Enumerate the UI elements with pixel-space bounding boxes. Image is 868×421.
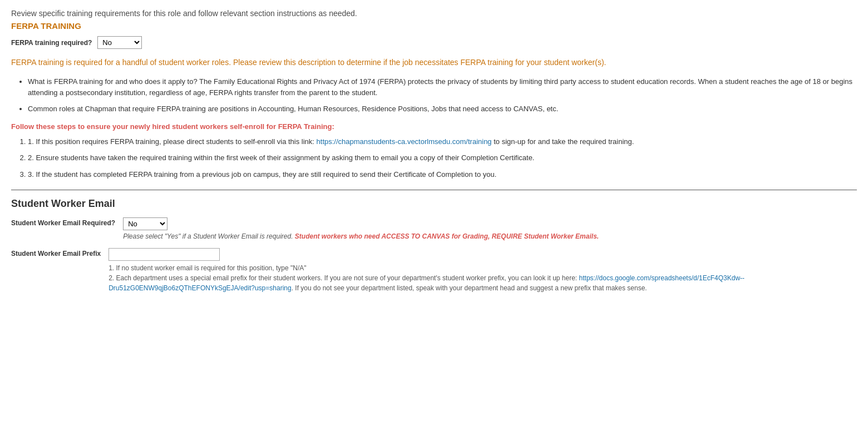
email-required-select[interactable]: No Yes	[123, 217, 167, 230]
email-required-label: Student Worker Email Required?	[11, 217, 115, 228]
email-prefix-content: 1. If no student worker email is require…	[108, 248, 857, 293]
ferpa-required-select[interactable]: No Yes	[97, 36, 142, 49]
student-worker-email-section: Student Worker Email Student Worker Emai…	[11, 198, 857, 293]
email-required-helper-red: Student workers who need ACCESS TO CANVA…	[295, 232, 599, 240]
ferpa-bullet-1: What is FERPA training for and who does …	[28, 76, 857, 98]
ferpa-bullet-2: Common roles at Chapman that require FER…	[28, 103, 857, 115]
section-divider	[11, 190, 857, 190]
ferpa-steps-list: 1. If this position requires FERPA train…	[28, 136, 857, 180]
ferpa-required-label: FERPA training required?	[11, 39, 92, 47]
follow-steps-label: Follow these steps to ensure your newly …	[11, 122, 857, 131]
email-prefix-label: Student Worker Email Prefix	[11, 248, 101, 259]
ferpa-description: FERPA training is required for a handful…	[11, 57, 857, 68]
email-prefix-group: Student Worker Email Prefix 1. If no stu…	[11, 248, 857, 293]
email-prefix-helper-2: 2. Each department uses a special email …	[108, 273, 857, 293]
email-prefix-helper: 1. If no student worker email is require…	[108, 263, 857, 293]
ferpa-step-3: 3. If the student has completed FERPA tr…	[28, 169, 857, 180]
ferpa-section-title: FERPA TRAINING	[11, 21, 857, 31]
ferpa-required-row: FERPA training required? No Yes	[11, 36, 857, 49]
email-required-helper: Please select "Yes" if a Student Worker …	[123, 232, 857, 240]
ferpa-training-link[interactable]: https://chapmanstudents-ca.vectorlmsedu.…	[317, 137, 492, 146]
ferpa-bullet-list: What is FERPA training for and who does …	[28, 76, 857, 115]
email-prefix-helper-1: 1. If no student worker email is require…	[108, 263, 857, 273]
email-required-group: Student Worker Email Required? No Yes Pl…	[11, 217, 857, 240]
email-prefix-input[interactable]	[108, 248, 220, 261]
ferpa-step-1: 1. If this position requires FERPA train…	[28, 136, 857, 147]
email-required-content: No Yes Please select "Yes" if a Student …	[123, 217, 857, 240]
review-text: Review specific training requirements fo…	[11, 9, 857, 18]
student-worker-email-title: Student Worker Email	[11, 198, 857, 210]
ferpa-step-2: 2. Ensure students have taken the requir…	[28, 152, 857, 164]
